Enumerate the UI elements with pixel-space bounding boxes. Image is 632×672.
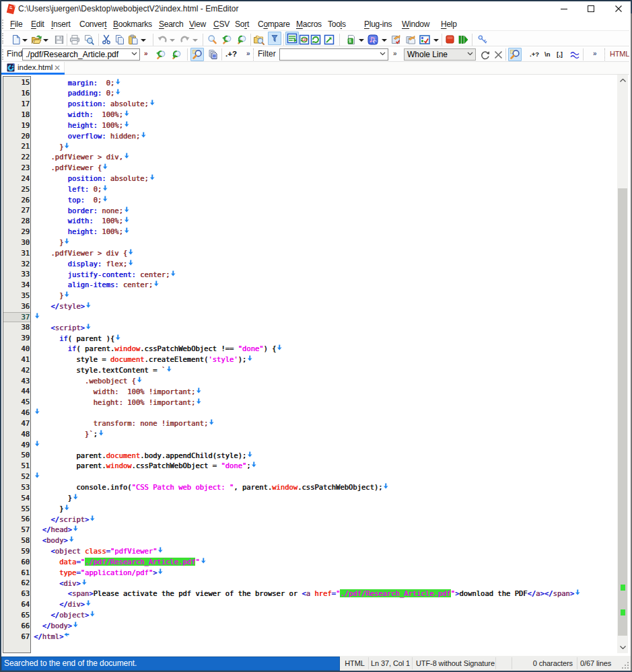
code-line[interactable]: border: none; xyxy=(31,206,611,217)
print-preview-icon[interactable] xyxy=(83,34,94,45)
match-mode-select[interactable]: Whole Line xyxy=(404,48,476,61)
regex-badge[interactable]: .+? xyxy=(225,47,237,62)
scroll-down-button[interactable] xyxy=(617,642,628,653)
status-position[interactable]: Ln 37, Col 1 xyxy=(371,656,410,671)
refresh-filter-icon[interactable] xyxy=(481,50,490,60)
menu-search[interactable]: Search xyxy=(159,17,184,31)
code-line[interactable]: } xyxy=(31,291,611,301)
code-line[interactable]: type="application/pdf"> xyxy=(31,568,611,578)
tab-index-html[interactable]: index.html ✕ xyxy=(1,62,65,75)
highlight-search-toggle-active[interactable] xyxy=(190,48,204,61)
menu-plug-ins[interactable]: Plug-ins xyxy=(364,17,392,31)
undo-icon[interactable] xyxy=(157,34,168,45)
paste-icon[interactable] xyxy=(128,34,139,45)
code-editor[interactable]: 1516171819202122232425262728293031323334… xyxy=(1,75,617,655)
undo-dropdown[interactable] xyxy=(170,39,175,42)
scroll-up-button[interactable] xyxy=(617,75,628,86)
find-in-files-icon[interactable] xyxy=(253,34,265,45)
status-characters[interactable]: 0 characters xyxy=(512,656,573,671)
menu-help[interactable]: Help xyxy=(441,17,457,31)
code-line[interactable]: overflow: hidden; xyxy=(31,131,611,142)
code-line[interactable]: left: 0; xyxy=(31,184,611,195)
code-line[interactable]: display: flex; xyxy=(31,259,611,270)
code-line[interactable]: position: absolute; xyxy=(31,174,611,184)
code-line[interactable]: <object class="pdfViewer" xyxy=(31,546,611,557)
code-line[interactable]: data="./pdf/Research_Article.pdf" xyxy=(31,557,611,568)
code-line[interactable]: </object> xyxy=(31,610,611,621)
code-line[interactable]: } xyxy=(31,493,611,504)
search-match-marker[interactable] xyxy=(621,609,625,615)
vertical-scrollbar[interactable] xyxy=(617,75,628,653)
menu-compare[interactable]: Compare xyxy=(258,17,290,31)
code-line[interactable]: </head> xyxy=(31,525,611,535)
pause-run-icon[interactable] xyxy=(458,34,468,45)
redo-icon[interactable] xyxy=(180,34,190,45)
find-previous-icon[interactable] xyxy=(155,49,166,60)
find-icon[interactable] xyxy=(207,34,217,45)
menu-insert[interactable]: Insert xyxy=(51,17,71,31)
status-lines[interactable]: 0/67 lines xyxy=(580,656,611,671)
filter-highlight-toggle-active[interactable] xyxy=(508,48,522,61)
code-line[interactable]: style = document.createElement('style'); xyxy=(31,354,611,365)
snippets-dropdown[interactable] xyxy=(359,39,364,42)
code-line[interactable]: margin: 0; xyxy=(31,78,611,89)
code-line[interactable]: align-items: center; xyxy=(31,280,611,291)
code-line[interactable]: .pdfViewer > div, xyxy=(31,152,611,163)
code-line[interactable]: height: 100%; xyxy=(31,120,611,131)
menu-tools[interactable]: Tools xyxy=(328,17,346,31)
code-line[interactable]: console.info("CSS Patch web object: ", p… xyxy=(31,482,611,493)
toolbar-grip[interactable] xyxy=(2,33,3,44)
jump-icon[interactable] xyxy=(324,34,335,45)
code-line[interactable]: padding: 0; xyxy=(31,88,611,99)
approximate-match-icon[interactable] xyxy=(570,51,580,59)
macro-options-dropdown[interactable] xyxy=(433,39,439,42)
code-line[interactable] xyxy=(31,312,611,323)
minimize-button[interactable] xyxy=(550,0,577,17)
chevron-down-icon[interactable] xyxy=(380,52,386,56)
code-line[interactable]: if( parent.window.cssPatchWebObject !== … xyxy=(31,344,611,354)
close-button[interactable] xyxy=(604,0,632,17)
macros-dropdown[interactable] xyxy=(382,39,387,42)
new-file-dropdown[interactable] xyxy=(22,39,28,42)
code-line[interactable]: top: 0; xyxy=(31,195,611,206)
wrap-mode-toggle-active[interactable] xyxy=(285,32,299,45)
code-line[interactable]: justify-content: center; xyxy=(31,270,611,281)
code-area[interactable]: margin: 0; padding: 0; position: absolut… xyxy=(31,77,611,652)
code-line[interactable]: </script> xyxy=(31,515,611,525)
paste-dropdown[interactable] xyxy=(141,39,146,42)
copy-icon[interactable] xyxy=(114,34,125,45)
filter-input[interactable] xyxy=(279,48,388,61)
open-file-icon[interactable] xyxy=(31,34,42,45)
find-previous-icon[interactable] xyxy=(236,34,247,45)
code-line[interactable]: <body> xyxy=(31,535,611,546)
code-line[interactable]: if( parent ){ xyxy=(31,334,611,344)
find-options-chevron[interactable]: » xyxy=(246,47,250,62)
tab-close-icon[interactable]: ✕ xyxy=(52,63,62,73)
clear-filter-icon[interactable] xyxy=(494,50,503,59)
code-line[interactable]: } xyxy=(31,142,611,153)
newline-badge[interactable]: \n xyxy=(545,47,550,62)
code-line[interactable]: parent.window.cssPatchWebObject = "done"… xyxy=(31,461,611,472)
csv-mode-icon[interactable]: 123 xyxy=(299,34,310,45)
status-syntax[interactable]: HTML xyxy=(341,656,368,671)
resize-grip[interactable] xyxy=(621,661,630,670)
menu-grip[interactable] xyxy=(2,20,3,29)
code-line[interactable]: <div> xyxy=(31,578,611,589)
menu-sort[interactable]: Sort xyxy=(235,17,249,31)
search-match-marker[interactable] xyxy=(621,585,625,591)
find-input[interactable]: ./pdf/Research_Article.pdf xyxy=(22,48,140,61)
stop-icon[interactable] xyxy=(446,35,454,44)
code-line[interactable]: style.textContent = ` xyxy=(31,365,611,376)
code-line[interactable] xyxy=(31,408,611,418)
code-line[interactable]: } xyxy=(31,237,611,248)
code-line[interactable]: .pdfViewer > div { xyxy=(31,248,611,259)
find-next-icon[interactable] xyxy=(221,34,232,45)
filter-options-chevron[interactable]: » xyxy=(593,47,596,62)
menu-view[interactable]: View xyxy=(189,17,206,31)
chevron-down-icon[interactable] xyxy=(131,52,137,56)
macro-options-icon[interactable] xyxy=(419,34,430,45)
menu-macros[interactable]: Macros xyxy=(296,17,322,31)
code-line[interactable]: width: 100% !important; xyxy=(31,387,611,398)
find-overflow-chevron[interactable]: » xyxy=(144,47,147,62)
code-line[interactable]: width: 100%; xyxy=(31,110,611,120)
